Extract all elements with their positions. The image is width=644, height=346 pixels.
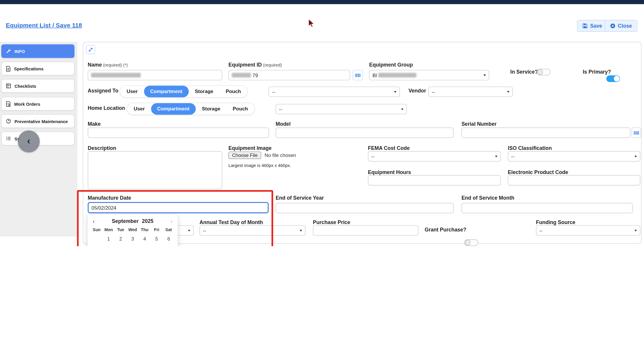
sidebar-item-checklists[interactable]: Checklists — [1, 79, 74, 93]
vendor-select[interactable]: -- — [428, 87, 513, 97]
document-icon — [6, 66, 11, 72]
manufacture-date-input[interactable]: 05/02/2024 — [88, 202, 268, 213]
dropdown-chevron-icon — [635, 230, 637, 231]
funding-source-label: Funding Source — [536, 219, 575, 225]
equipment-id-visible-value: 79 — [253, 72, 258, 78]
redacted-name-value — [91, 73, 141, 77]
sidebar-item-work-orders[interactable]: Work Orders — [1, 97, 74, 110]
equipment-hours-input[interactable] — [368, 175, 501, 186]
serial-number-scan-button[interactable] — [632, 128, 641, 138]
gauge-icon — [6, 118, 11, 124]
fema-cost-code-select[interactable]: -- — [368, 151, 501, 161]
save-icon — [582, 23, 587, 29]
equipment-id-input[interactable]: 79 — [228, 70, 350, 80]
sidebar-item-label: Checklists — [14, 83, 36, 88]
equipment-group-select[interactable]: Bl — [369, 70, 489, 80]
calendar-day[interactable]: 12 — [151, 244, 163, 246]
expand-icon — [88, 47, 93, 52]
home-location-option-pouch[interactable]: Pouch — [227, 103, 254, 115]
calendar-day[interactable]: 4 — [139, 234, 151, 244]
sidebar-item-specifications[interactable]: Specifications — [1, 62, 74, 75]
no-file-chosen-text: No file chosen — [265, 152, 296, 158]
home-location-select[interactable]: -- — [276, 104, 407, 114]
dropdown-chevron-icon — [495, 155, 497, 157]
breadcrumb[interactable]: Equipment List / Save 118 — [6, 21, 82, 29]
calendar-month-year: September 2025 — [112, 218, 153, 224]
end-of-service-year-label: End of Service Year — [276, 195, 324, 201]
close-button-label: Close — [618, 23, 632, 29]
funding-source-value: -- — [539, 228, 542, 234]
choose-file-button[interactable]: Choose File — [228, 152, 261, 159]
equipment-id-scan-button[interactable] — [353, 70, 363, 80]
calendar-day[interactable]: 2 — [115, 234, 127, 244]
description-label: Description — [88, 145, 116, 151]
annual-test-day-value: -- — [203, 228, 206, 234]
sidebar-item-preventative-maintenance[interactable]: Preventative Maintenance — [1, 114, 74, 128]
calendar-day[interactable]: 1 — [103, 234, 115, 244]
calendar-day[interactable]: 8 — [103, 244, 115, 246]
make-label: Make — [88, 121, 101, 127]
assigned-to-select[interactable]: -- — [269, 87, 400, 97]
assigned-to-segmented-control: User Compartment Storage Pouch — [119, 85, 248, 98]
calendar-next-icon[interactable]: › — [170, 218, 172, 224]
toggle-knob — [614, 76, 620, 82]
dropdown-chevron-icon — [483, 74, 486, 76]
barcode-icon — [633, 130, 639, 135]
grant-purchase-toggle[interactable] — [464, 239, 478, 246]
calendar-day-header: Sun — [91, 226, 103, 234]
fema-cost-code-label: FEMA Cost Code — [368, 145, 410, 151]
sidebar-collapse-button[interactable]: ‹ — [18, 130, 40, 153]
name-input[interactable] — [88, 70, 222, 80]
annual-test-day-select[interactable]: -- — [200, 225, 306, 236]
model-input[interactable] — [276, 128, 454, 138]
vendor-label: Vendor — [409, 88, 426, 94]
make-input[interactable] — [88, 128, 269, 138]
image-size-hint: Largest image is 460px x 460px. — [228, 163, 291, 168]
calendar-day-header: Fri — [151, 226, 163, 234]
iso-classification-select[interactable]: -- — [508, 151, 640, 161]
calendar-day[interactable]: 3 — [127, 234, 139, 244]
expand-button[interactable] — [86, 45, 95, 54]
calendar-day-header: Wed — [127, 226, 139, 234]
is-primary-toggle[interactable] — [606, 75, 620, 82]
equipment-image-file-row: Choose File No file chosen — [228, 152, 296, 159]
serial-number-input[interactable] — [462, 128, 630, 138]
calendar-prev-icon[interactable]: ‹ — [93, 218, 95, 224]
calendar-day[interactable]: 7 — [91, 244, 103, 246]
close-button[interactable]: Close — [605, 20, 637, 32]
home-location-option-storage[interactable]: Storage — [196, 103, 227, 115]
calendar-month: September — [112, 218, 139, 224]
calendar-day[interactable]: 13 — [163, 244, 175, 246]
end-of-service-month-input[interactable] — [462, 203, 633, 213]
description-textarea[interactable] — [88, 151, 222, 189]
calendar-day-header: Mon — [103, 226, 115, 234]
vendor-select-value: -- — [432, 89, 435, 95]
assigned-to-option-storage[interactable]: Storage — [189, 86, 220, 97]
sidebar-item-info[interactable]: INFO — [1, 44, 74, 58]
calendar-day[interactable]: 9 — [115, 244, 127, 246]
electronic-product-code-input[interactable] — [508, 175, 640, 186]
calendar-grid: SunMonTueWedThuFriSat1234567891011121314… — [88, 225, 177, 246]
end-of-service-month-label: End of Service Month — [462, 195, 514, 201]
home-location-option-compartment[interactable]: Compartment — [151, 103, 196, 115]
equipment-id-required-note: (required) — [263, 62, 282, 67]
calendar-day[interactable]: 5 — [151, 234, 163, 244]
assigned-to-option-user[interactable]: User — [120, 86, 144, 97]
purchase-price-input[interactable] — [313, 225, 419, 236]
equipment-group-label: Equipment Group — [369, 62, 413, 68]
in-service-toggle[interactable] — [537, 69, 550, 75]
toggle-knob — [537, 69, 543, 75]
funding-source-select[interactable]: -- — [536, 225, 640, 236]
save-button-label: Save — [590, 23, 602, 29]
assigned-to-option-compartment[interactable]: Compartment — [144, 86, 189, 97]
end-of-service-year-input[interactable] — [276, 203, 454, 213]
save-button[interactable]: Save — [577, 20, 608, 32]
calendar-day[interactable]: 10 — [127, 244, 139, 246]
assigned-to-option-pouch[interactable]: Pouch — [220, 86, 247, 97]
grant-purchase-label: Grant Purchase? — [425, 227, 467, 233]
dropdown-chevron-icon — [300, 230, 302, 231]
calendar-day[interactable]: 11 — [139, 244, 151, 246]
purchase-price-label: Purchase Price — [313, 219, 350, 225]
home-location-option-user[interactable]: User — [127, 103, 151, 115]
calendar-day[interactable]: 6 — [163, 234, 175, 244]
